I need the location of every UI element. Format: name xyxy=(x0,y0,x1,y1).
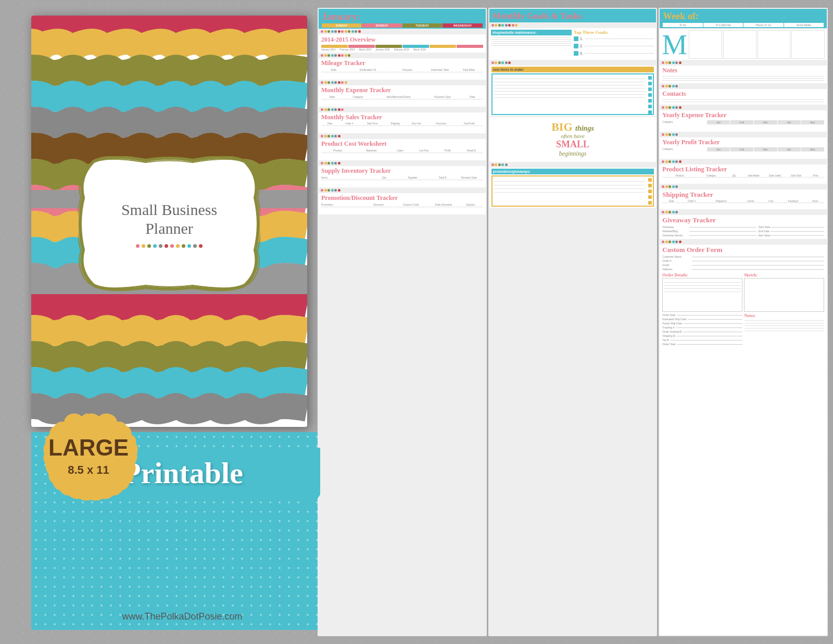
quote-often: often have xyxy=(493,133,653,139)
dots-divider-r1 xyxy=(660,61,827,65)
new-items-box xyxy=(491,73,654,115)
dots-divider-r2 xyxy=(660,84,827,88)
dots-divider-g1 xyxy=(489,23,657,27)
dots-divider-r3 xyxy=(660,106,827,109)
website-url: www.ThePolkaDotPosie.com xyxy=(122,611,242,622)
subtotal-label: Order Subtotal $: xyxy=(662,330,682,333)
dots-divider-r8 xyxy=(660,240,827,244)
scallop-svg: LARGE 8.5 x 11 xyxy=(39,411,138,510)
est-ship-label: Estimated Ship Date: xyxy=(662,318,687,321)
week-cols-content xyxy=(689,30,825,59)
supply-title: Supply Inventory Tracker xyxy=(321,167,483,175)
pages-section: January: SUNDAY MONDAY TUESDAY WEDNESDAY… xyxy=(318,8,828,636)
notes-section: Notes xyxy=(660,66,827,83)
product-cost-title: Product Cost Worksheet xyxy=(321,140,483,148)
january-title: January: xyxy=(322,11,483,22)
scallop-badge: LARGE 8.5 x 11 xyxy=(39,411,138,510)
expense-section: Monthly Expense Tracker Date Category It… xyxy=(319,85,486,107)
promos-header: promotions/giveaways: xyxy=(491,169,654,174)
week-col-2 xyxy=(723,30,756,59)
goal-checkbox-2 xyxy=(574,44,578,48)
order-date-label: Order Date: xyxy=(662,313,676,317)
goals-title: Monthly Goals & Tasks xyxy=(493,11,653,21)
giveaway-title: Giveaway Tracker xyxy=(662,216,824,224)
dots-divider-6 xyxy=(319,161,486,165)
form-customer-label: Customer Name: xyxy=(662,255,691,258)
goal-checkbox-3 xyxy=(574,51,578,56)
tax-label: Tax $: xyxy=(662,338,669,342)
sketch-area xyxy=(744,278,824,312)
custom-order-title: Custom Order Form xyxy=(662,246,824,254)
goal-item-2: 2. xyxy=(580,44,583,48)
week-of-header: Week of: To Do To Call/Email Places To G… xyxy=(660,9,827,28)
giveaway-field-1: Giveaway xyxy=(662,225,688,229)
sketch-label: Sketch: xyxy=(744,273,824,277)
overview-section: 2014-2015 Overview January 2014February … xyxy=(319,34,486,53)
page-col-1: January: SUNDAY MONDAY TUESDAY WEDNESDAY… xyxy=(318,8,487,636)
dots-divider-5 xyxy=(319,134,486,138)
dots-divider-r4 xyxy=(660,133,827,136)
supply-section: Supply Inventory Tracker Items Qty Suppl… xyxy=(319,166,486,187)
week-col-1 xyxy=(689,30,722,59)
shipping-title: Shipping Tracker xyxy=(662,191,824,199)
mileage-col-purpose: Purpose xyxy=(389,68,425,72)
mileage-col-dest: Destination To xyxy=(347,68,389,72)
actual-ship-label: Actual Ship Date: xyxy=(662,322,683,325)
week-col-todo: To Do xyxy=(663,23,702,27)
dots-divider-g3 xyxy=(489,163,657,167)
quote-section: BIG things often have SMALL beginnings xyxy=(489,117,657,162)
week-col-3 xyxy=(758,30,791,59)
yearly-profit-section: Yearly Profit Tracker Category Jan Feb M… xyxy=(660,137,827,159)
new-items-header: new items to make: xyxy=(491,67,654,72)
dots-divider-r5 xyxy=(660,160,827,163)
week-of-title: Week of: xyxy=(663,11,824,22)
goal-checkbox-1 xyxy=(574,36,578,41)
mileage-section: Mileage Tracker Date Destination To Purp… xyxy=(319,58,486,80)
cal-col-wed: WEDNESDAY xyxy=(443,23,482,28)
maintenance-header: shop/website maintenance: xyxy=(491,30,572,35)
goals-header: Monthly Goals & Tasks xyxy=(489,9,657,22)
january-section: January: SUNDAY MONDAY TUESDAY WEDNESDAY xyxy=(319,9,486,29)
sales-section: Monthly Sales Tracker Date Order # Sale … xyxy=(319,112,486,133)
tracking-label: Tracking #: xyxy=(662,326,675,329)
spacer-col2 xyxy=(489,209,657,635)
sales-title: Monthly Sales Tracker xyxy=(321,113,483,121)
mileage-col-odo: Odometer Start xyxy=(426,68,455,72)
product-cost-section: Product Cost Worksheet Product Materials… xyxy=(319,139,486,160)
promo-title: Promotion/Discount Tracker xyxy=(321,194,483,202)
order-detail-boxes: Order Details: Sketch: xyxy=(662,273,824,312)
top3-col: Top Three Goals: 1. 2. xyxy=(574,30,654,58)
big-m-letter: M xyxy=(662,30,687,59)
yearly-expense-title: Yearly Expense Tracker xyxy=(662,111,824,119)
order-notes-label: Notes: xyxy=(744,313,824,318)
teal-banner: Printable xyxy=(112,448,320,510)
page-col-2: Monthly Goals & Tasks shop/website maint… xyxy=(488,8,658,636)
week-col-4 xyxy=(791,30,825,59)
cover-label-container: Small Business Planner xyxy=(78,156,260,292)
yearly-expense-section: Yearly Expense Tracker Category Jan Feb … xyxy=(660,110,827,132)
bottom-section: LARGE 8.5 x 11 Printable www.ThePolkaDot… xyxy=(31,432,333,630)
form-email-label: Email: xyxy=(662,263,691,267)
cover-title: Small Business Planner xyxy=(121,200,217,238)
dots-divider-g2 xyxy=(489,61,657,65)
cal-col-mon: MONDAY xyxy=(362,23,401,28)
order-details-box: Order Details: xyxy=(662,273,742,312)
cover-title-line2: Planner xyxy=(145,220,193,237)
giveaway-end: End Date xyxy=(759,230,769,233)
maintenance-col: shop/website maintenance: xyxy=(491,30,572,58)
order-details-label: Order Details: xyxy=(662,273,742,277)
new-items-section: new items to make: xyxy=(489,66,657,116)
dots-divider-1 xyxy=(319,30,486,33)
week-col-social: Social Media xyxy=(784,23,824,27)
mileage-col-total: Total Miles xyxy=(455,68,483,72)
page-col-3: Week of: To Do To Call/Email Places To G… xyxy=(659,8,828,636)
cover-image: Small Business Planner xyxy=(31,16,307,427)
form-order-label: Order #: xyxy=(662,259,691,262)
order-details-area xyxy=(662,278,742,312)
shipping-section: Shipping Tracker Date Order # Shipped to… xyxy=(660,190,827,209)
contacts-title: Contacts xyxy=(662,90,824,98)
dots-divider-r6 xyxy=(660,185,827,188)
giveaway-field-3: Giveaway Item(s) xyxy=(662,234,688,237)
promos-box xyxy=(491,175,654,207)
contacts-section: Contacts xyxy=(660,89,827,105)
